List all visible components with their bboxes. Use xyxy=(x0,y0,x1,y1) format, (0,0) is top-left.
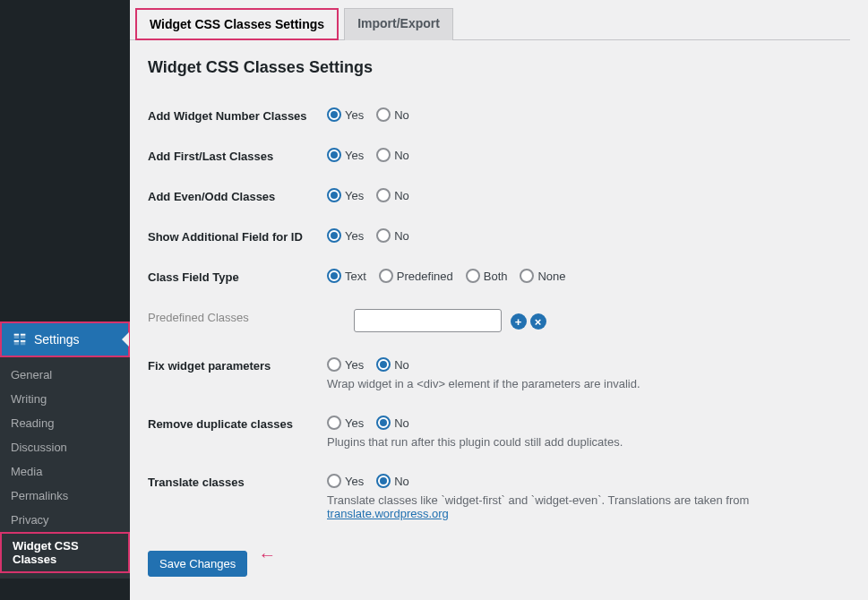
field-class-type: Text Predefined Both None xyxy=(327,269,850,283)
radio-even-odd-no[interactable]: No xyxy=(376,188,409,202)
radio-first-last-no[interactable]: No xyxy=(376,148,409,162)
remove-class-icon[interactable]: × xyxy=(530,313,546,330)
radio-show-id-no[interactable]: No xyxy=(376,228,409,243)
settings-form: Add Widget Number Classes Yes No Add Fir… xyxy=(148,95,850,533)
radio-icon xyxy=(376,228,391,243)
radio-icon xyxy=(327,107,341,122)
field-add-number: Yes No xyxy=(327,107,850,122)
radio-remove-dup-no[interactable]: No xyxy=(376,416,409,430)
field-first-last: Yes No xyxy=(327,148,850,162)
submenu-item-discussion[interactable]: Discussion xyxy=(0,435,130,459)
radio-icon xyxy=(520,269,534,283)
radio-icon xyxy=(376,188,391,202)
radio-class-type-none[interactable]: None xyxy=(520,269,565,283)
radio-icon xyxy=(327,357,341,372)
label-remove-dup: Remove duplicate classes xyxy=(148,416,327,431)
settings-submenu: General Writing Reading Discussion Media… xyxy=(0,357,130,579)
row-show-id: Show Additional Field for ID Yes No xyxy=(148,216,850,256)
radio-icon xyxy=(327,188,341,202)
label-class-type: Class Field Type xyxy=(148,269,327,284)
page-title: Widget CSS Classes Settings xyxy=(148,58,850,77)
menu-item-settings[interactable]: Settings xyxy=(0,321,130,357)
radio-icon xyxy=(327,474,341,488)
settings-body: Widget CSS Classes Settings Add Widget N… xyxy=(130,58,850,577)
save-button[interactable]: Save Changes xyxy=(148,551,247,577)
submenu-item-reading[interactable]: Reading xyxy=(0,411,130,435)
label-fix-params: Fix widget parameters xyxy=(148,357,327,373)
predefined-class-input[interactable] xyxy=(354,309,502,332)
radio-icon xyxy=(376,148,391,162)
field-remove-dup: Yes No Plugins that run after this plugi… xyxy=(327,416,850,449)
radio-add-number-yes[interactable]: Yes xyxy=(327,107,364,122)
radio-icon xyxy=(327,269,341,283)
radio-remove-dup-yes[interactable]: Yes xyxy=(327,416,364,430)
radio-add-number-no[interactable]: No xyxy=(376,107,409,122)
label-translate: Translate classes xyxy=(148,474,327,489)
field-even-odd: Yes No xyxy=(327,188,850,202)
submenu-item-general[interactable]: General xyxy=(0,363,130,387)
radio-show-id-yes[interactable]: Yes xyxy=(327,228,364,243)
sidebar-spacer xyxy=(0,0,130,321)
radio-icon xyxy=(376,416,391,430)
row-add-number: Add Widget Number Classes Yes No xyxy=(148,95,850,135)
tab-widget-settings[interactable]: Widget CSS Classes Settings xyxy=(135,8,339,40)
field-predefined: + × xyxy=(327,309,850,332)
field-translate: Yes No Translate classes like `widget-fi… xyxy=(327,474,850,520)
row-fix-params: Fix widget parameters Yes No Wrap widget… xyxy=(148,345,850,403)
radio-icon xyxy=(466,269,480,283)
row-remove-dup: Remove duplicate classes Yes No Plugins … xyxy=(148,403,850,461)
submenu-item-writing[interactable]: Writing xyxy=(0,387,130,411)
submenu-item-permalinks[interactable]: Permalinks xyxy=(0,484,130,508)
radio-fix-params-no[interactable]: No xyxy=(376,357,409,372)
desc-remove-dup: Plugins that run after this plugin could… xyxy=(327,435,850,449)
content-area: Widget CSS Classes Settings Import/Expor… xyxy=(130,0,868,600)
desc-fix-params: Wrap widget in a <div> element if the pa… xyxy=(327,377,850,390)
radio-icon xyxy=(376,474,391,488)
label-first-last: Add First/Last Classes xyxy=(148,148,327,163)
row-translate: Translate classes Yes No Translate class… xyxy=(148,461,850,533)
save-row: Save Changes ← xyxy=(148,533,850,577)
label-add-number: Add Widget Number Classes xyxy=(148,107,327,123)
row-even-odd: Add Even/Odd Classes Yes No xyxy=(148,176,850,216)
submenu-item-widget-css[interactable]: Widget CSS Classes xyxy=(0,532,130,573)
field-show-id: Yes No xyxy=(327,228,850,243)
radio-icon xyxy=(376,107,391,122)
radio-first-last-yes[interactable]: Yes xyxy=(327,148,364,162)
radio-translate-no[interactable]: No xyxy=(376,474,409,488)
row-class-type: Class Field Type Text Predefined Both No… xyxy=(148,256,850,296)
row-predefined: Predefined Classes + × xyxy=(148,296,850,345)
label-even-odd: Add Even/Odd Classes xyxy=(148,188,327,203)
submenu-item-privacy[interactable]: Privacy xyxy=(0,508,130,532)
tab-wrapper: Widget CSS Classes Settings Import/Expor… xyxy=(130,0,850,40)
tab-import-export[interactable]: Import/Export xyxy=(344,8,453,40)
menu-item-label: Settings xyxy=(34,332,80,347)
radio-icon xyxy=(376,357,391,372)
radio-fix-params-yes[interactable]: Yes xyxy=(327,357,364,372)
field-fix-params: Yes No Wrap widget in a <div> element if… xyxy=(327,357,850,390)
radio-class-type-text[interactable]: Text xyxy=(327,269,366,283)
translate-link[interactable]: translate.wordpress.org xyxy=(327,507,449,520)
radio-translate-yes[interactable]: Yes xyxy=(327,474,364,488)
label-show-id: Show Additional Field for ID xyxy=(148,228,327,244)
radio-icon xyxy=(327,148,341,162)
submenu-item-media[interactable]: Media xyxy=(0,459,130,484)
radio-icon xyxy=(327,416,341,430)
arrow-indicator-icon: ← xyxy=(258,544,276,565)
radio-even-odd-yes[interactable]: Yes xyxy=(327,188,364,202)
add-class-icon[interactable]: + xyxy=(511,313,527,330)
desc-translate: Translate classes like `widget-first` an… xyxy=(327,493,850,520)
settings-icon xyxy=(11,330,29,348)
admin-sidebar: Settings General Writing Reading Discuss… xyxy=(0,0,130,600)
radio-class-type-predefined[interactable]: Predefined xyxy=(379,269,453,283)
label-predefined: Predefined Classes xyxy=(148,309,327,324)
row-first-last: Add First/Last Classes Yes No xyxy=(148,135,850,176)
radio-icon xyxy=(379,269,393,283)
radio-icon xyxy=(327,228,341,243)
radio-class-type-both[interactable]: Both xyxy=(466,269,508,283)
